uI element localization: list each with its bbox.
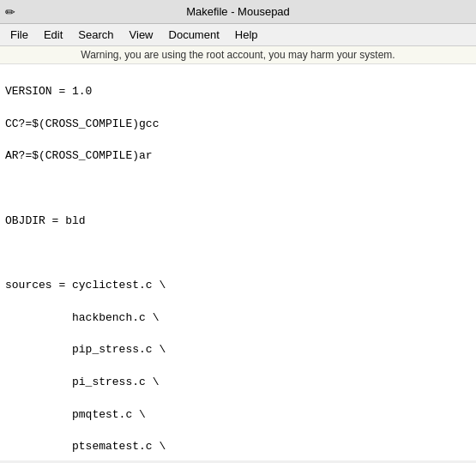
menu-item-search[interactable]: Search: [71, 27, 120, 43]
editor-line: CC?=$(CROSS_COMPILE)gcc: [5, 117, 471, 133]
editor-line: [5, 245, 471, 262]
menu-item-view[interactable]: View: [123, 27, 160, 43]
app-icon: ✏: [5, 5, 15, 19]
editor-line: OBJDIR = bld: [5, 213, 471, 230]
editor-line: ptsematest.c \: [5, 439, 471, 455]
editor-line: sources = cyclictest.c \: [5, 278, 471, 294]
editor-area[interactable]: VERSION = 1.0 CC?=$(CROSS_COMPILE)gcc AR…: [0, 64, 476, 460]
menu-item-edit[interactable]: Edit: [37, 27, 69, 43]
editor-line: [5, 181, 471, 197]
window-title: Makefile - Mousepad: [186, 5, 290, 18]
menu-item-file[interactable]: File: [3, 27, 35, 43]
editor-line: pip_stress.c \: [5, 342, 471, 358]
editor-line: pmqtest.c \: [5, 407, 471, 424]
warning-text: Warning, you are using the root account,…: [81, 49, 395, 61]
menu-item-help[interactable]: Help: [228, 27, 265, 43]
editor-line: AR?=$(CROSS_COMPILE)ar: [5, 148, 471, 165]
menu-item-document[interactable]: Document: [162, 27, 226, 43]
titlebar: ✏ Makefile - Mousepad: [0, 0, 476, 24]
editor-line: hackbench.c \: [5, 310, 471, 327]
menubar: FileEditSearchViewDocumentHelp: [0, 24, 476, 46]
editor-line: pi_stress.c \: [5, 375, 471, 391]
editor-line: VERSION = 1.0: [5, 84, 471, 100]
warning-bar: Warning, you are using the root account,…: [0, 46, 476, 64]
